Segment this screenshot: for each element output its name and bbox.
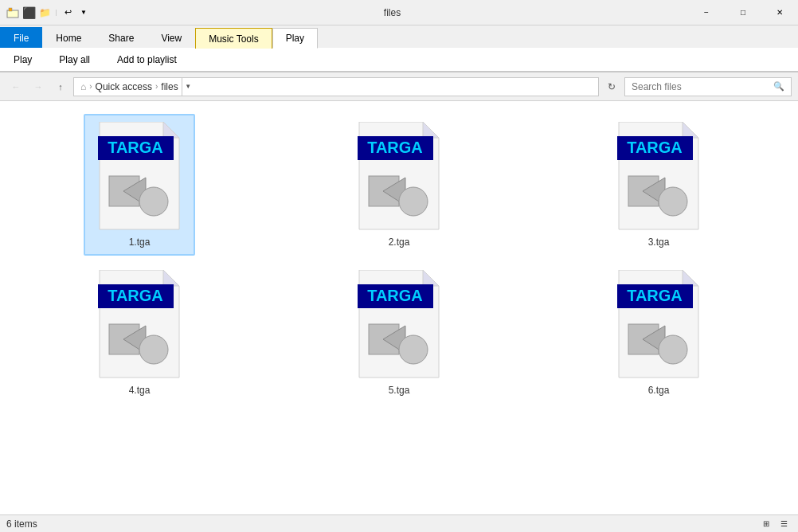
title-spacer: files [96, 7, 688, 18]
system-icon [6, 6, 19, 19]
search-input[interactable] [632, 81, 770, 92]
minimize-button[interactable]: − [688, 0, 725, 25]
file-item[interactable]: TARGA2.tga [343, 114, 455, 256]
address-dropdown[interactable]: ▼ [182, 77, 194, 96]
svg-text:TARGA: TARGA [367, 287, 423, 304]
svg-point-22 [659, 187, 687, 216]
back-button[interactable]: ← [6, 77, 25, 96]
window-controls: − □ ✕ [688, 0, 798, 25]
svg-marker-31 [423, 270, 439, 286]
tab-play[interactable]: Play [272, 28, 318, 49]
tab-file[interactable]: File [0, 27, 42, 48]
chevron-icon-2: › [155, 82, 158, 91]
svg-rect-0 [7, 10, 18, 18]
tga-file-icon: TARGA [351, 270, 447, 381]
svg-point-29 [139, 335, 168, 364]
path-home-icon: ⌂ [80, 81, 86, 92]
breadcrumb-files[interactable]: files [161, 81, 178, 92]
new-folder-icon[interactable]: 📁 [38, 6, 51, 19]
svg-text:TARGA: TARGA [108, 287, 163, 304]
search-icon: 🔍 [773, 81, 784, 92]
svg-marker-10 [423, 122, 439, 138]
address-bar: ← → ↑ ⌂ › Quick access › files ▼ ↻ 🔍 [0, 72, 798, 101]
svg-rect-1 [9, 8, 12, 11]
svg-marker-24 [163, 270, 179, 286]
tga-file-icon: TARGA [92, 270, 187, 381]
view-icons: ⊞ ☰ [758, 516, 792, 532]
tab-home[interactable]: Home [42, 27, 95, 48]
tga-file-icon: TARGA [351, 122, 447, 233]
dropdown-icon[interactable]: ▼ [77, 6, 90, 19]
svg-marker-38 [683, 270, 698, 286]
status-bar: 6 items ⊞ ☰ [0, 514, 798, 532]
svg-point-8 [139, 187, 168, 216]
svg-point-43 [659, 335, 687, 364]
svg-marker-17 [683, 122, 698, 138]
file-item[interactable]: TARGA4.tga [84, 262, 195, 404]
file-label: 2.tga [389, 237, 410, 248]
maximize-button[interactable]: □ [725, 0, 761, 25]
content-area: TARGA1.tgaTARGA2.tgaTARGA3.tgaTARGA4.tga… [0, 101, 798, 514]
ribbon-content: Play Play all Add to playlist [0, 48, 798, 72]
tab-musictools[interactable]: Music Tools [195, 28, 272, 49]
ribbon-tabs: File Home Share View Music Tools Play [0, 25, 798, 48]
svg-text:TARGA: TARGA [367, 139, 423, 156]
play-all-button[interactable]: Play all [52, 51, 97, 68]
ribbon: File Home Share View Music Tools Play Pl… [0, 25, 798, 72]
svg-text:TARGA: TARGA [627, 287, 683, 304]
quick-access-icon[interactable]: ⬛ [22, 6, 35, 19]
title-bar-system-icons: ⬛ 📁 ↩ ▼ [6, 6, 90, 19]
forward-button[interactable]: → [29, 77, 48, 96]
svg-marker-3 [163, 122, 179, 138]
address-path[interactable]: ⌂ › Quick access › files ▼ [73, 77, 599, 96]
refresh-button[interactable]: ↻ [602, 77, 621, 96]
window-title: files [384, 7, 401, 18]
tga-file-icon: TARGA [611, 270, 706, 381]
file-item[interactable]: TARGA1.tga [84, 114, 195, 256]
file-label: 3.tga [648, 237, 670, 248]
svg-point-15 [399, 187, 428, 216]
file-item[interactable]: TARGA6.tga [603, 262, 714, 404]
file-item[interactable]: TARGA5.tga [343, 262, 455, 404]
svg-text:TARGA: TARGA [627, 139, 683, 156]
tga-file-icon: TARGA [611, 122, 706, 233]
svg-point-36 [399, 335, 428, 364]
tga-file-icon: TARGA [92, 122, 187, 233]
svg-text:TARGA: TARGA [108, 139, 163, 156]
list-view-icon[interactable]: ☰ [776, 516, 792, 532]
grid-view-icon[interactable]: ⊞ [758, 516, 774, 532]
breadcrumb-quickaccess[interactable]: Quick access [96, 81, 152, 92]
file-label: 6.tga [648, 385, 670, 396]
file-label: 4.tga [129, 385, 151, 396]
chevron-icon-1: › [89, 82, 92, 91]
add-to-playlist-button[interactable]: Add to playlist [110, 51, 184, 68]
tab-view[interactable]: View [147, 27, 195, 48]
undo-icon[interactable]: ↩ [61, 6, 74, 19]
close-button[interactable]: ✕ [761, 0, 798, 25]
main-area: TARGA1.tgaTARGA2.tgaTARGA3.tgaTARGA4.tga… [0, 101, 798, 514]
up-button[interactable]: ↑ [51, 77, 70, 96]
search-box[interactable]: 🔍 [624, 77, 792, 96]
tab-share[interactable]: Share [95, 27, 147, 48]
file-label: 5.tga [389, 385, 410, 396]
item-count: 6 items [6, 518, 37, 530]
title-bar: ⬛ 📁 ↩ ▼ files − □ ✕ [0, 0, 798, 25]
file-label: 1.tga [129, 237, 151, 248]
play-button[interactable]: Play [6, 51, 39, 68]
file-item[interactable]: TARGA3.tga [603, 114, 714, 256]
divider [56, 10, 57, 16]
